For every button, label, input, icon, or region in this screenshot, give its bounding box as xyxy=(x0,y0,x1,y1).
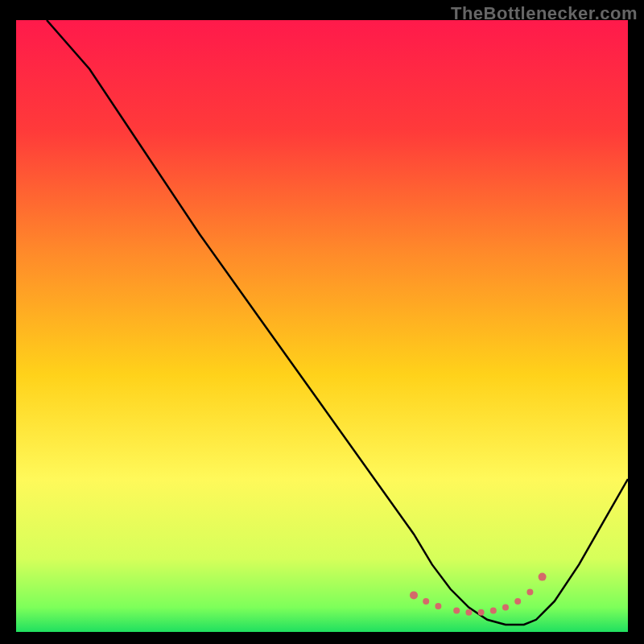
highlight-point xyxy=(453,607,460,613)
highlight-point xyxy=(539,573,547,581)
watermark-text: TheBottlenecker.com xyxy=(451,3,638,24)
chart-container: TheBottlenecker.com xyxy=(0,0,644,644)
gradient-background xyxy=(16,20,628,632)
highlight-point xyxy=(423,598,429,605)
highlight-point xyxy=(526,589,533,596)
highlight-point xyxy=(478,609,485,616)
plot-area xyxy=(16,20,628,632)
highlight-point xyxy=(490,607,497,613)
highlight-point xyxy=(502,605,509,611)
highlight-point xyxy=(435,603,441,609)
plot-svg xyxy=(16,20,628,632)
highlight-point xyxy=(465,609,472,616)
highlight-point xyxy=(514,598,521,605)
highlight-point xyxy=(410,591,418,599)
